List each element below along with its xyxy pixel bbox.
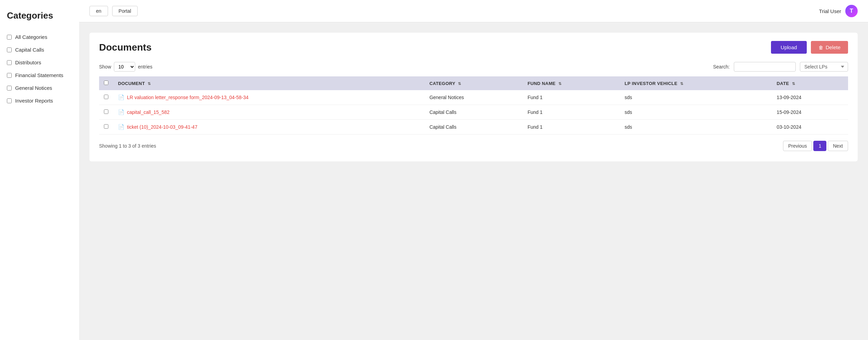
documents-table: DOCUMENT ⇅ CATEGORY ⇅ FUND NAME ⇅ LP I — [99, 76, 848, 135]
sidebar-label-capital-calls: Capital Calls — [15, 47, 44, 53]
row-checkbox-0[interactable] — [104, 95, 108, 99]
document-link-1[interactable]: 📄capital_call_15_582 — [118, 109, 420, 115]
main-content: en Portal Trial User T Documents Upload … — [79, 0, 868, 340]
sidebar-checkbox-distributors[interactable] — [7, 60, 12, 65]
trash-icon: 🗑 — [818, 45, 823, 50]
cell-category-0: General Notices — [425, 90, 523, 105]
avatar[interactable]: T — [845, 5, 858, 17]
topbar-right: Trial User T — [819, 5, 858, 17]
content-area: Documents Upload 🗑 Delete Show 10 25 — [79, 22, 868, 340]
sidebar-item-financial-statements[interactable]: Financial Statements — [7, 69, 72, 82]
user-name: Trial User — [819, 8, 841, 14]
topbar-left: en Portal — [89, 6, 138, 16]
search-area: Search: Select LPs — [713, 62, 848, 72]
upload-button[interactable]: Upload — [771, 41, 807, 54]
cell-category-2: Capital Calls — [425, 120, 523, 135]
cell-fund-0: Fund 1 — [523, 90, 620, 105]
table-row: 📄capital_call_15_582Capital CallsFund 1s… — [99, 105, 848, 120]
sidebar-label-financial-statements: Financial Statements — [15, 72, 63, 78]
sidebar-label-general-notices: General Notices — [15, 85, 52, 91]
col-date: DATE ⇅ — [772, 76, 848, 90]
document-name-2: ticket (10)_2024-10-03_09-41-47 — [127, 124, 197, 130]
table-row: 📄LR valuation letter_response form_2024-… — [99, 90, 848, 105]
document-link-2[interactable]: 📄ticket (10)_2024-10-03_09-41-47 — [118, 124, 420, 130]
header-checkbox-col — [99, 76, 113, 90]
sidebar-item-all-categories[interactable]: All Categories — [7, 31, 72, 43]
document-name-0: LR valuation letter_response form_2024-0… — [127, 95, 248, 100]
col-lp-investor: LP INVESTOR VEHICLE ⇅ — [620, 76, 772, 90]
show-entries: Show 10 25 50 100 entries — [99, 62, 152, 72]
col-document: DOCUMENT ⇅ — [113, 76, 425, 90]
showing-text: Showing 1 to 3 of 3 entries — [99, 143, 156, 149]
document-name-1: capital_call_15_582 — [127, 109, 170, 115]
sort-fundname-icon[interactable]: ⇅ — [558, 82, 561, 86]
pagination-controls: Previous 1 Next — [783, 141, 848, 151]
show-label: Show — [99, 64, 111, 70]
pdf-icon: 📄 — [118, 94, 125, 100]
cell-document-0: 📄LR valuation letter_response form_2024-… — [113, 90, 425, 105]
pdf-icon: 📄 — [118, 124, 125, 130]
avatar-initial: T — [850, 8, 853, 14]
pagination-area: Showing 1 to 3 of 3 entries Previous 1 N… — [99, 141, 848, 151]
delete-button[interactable]: 🗑 Delete — [811, 41, 848, 54]
row-checkbox-2[interactable] — [104, 124, 108, 129]
table-body: 📄LR valuation letter_response form_2024-… — [99, 90, 848, 135]
col-fund-name: FUND NAME ⇅ — [523, 76, 620, 90]
table-row: 📄ticket (10)_2024-10-03_09-41-47Capital … — [99, 120, 848, 135]
table-controls: Show 10 25 50 100 entries Search: Select… — [99, 62, 848, 72]
col-category: CATEGORY ⇅ — [425, 76, 523, 90]
pdf-icon: 📄 — [118, 109, 125, 115]
sort-document-icon[interactable]: ⇅ — [148, 82, 151, 86]
sidebar-title: Categories — [7, 10, 72, 21]
cell-date-1: 15-09-2024 — [772, 105, 848, 120]
page-1-button[interactable]: 1 — [813, 141, 826, 151]
delete-label: Delete — [826, 44, 840, 50]
cell-fund-1: Fund 1 — [523, 105, 620, 120]
sidebar-item-general-notices[interactable]: General Notices — [7, 82, 72, 94]
documents-actions: Upload 🗑 Delete — [771, 41, 848, 54]
select-all-checkbox[interactable] — [104, 81, 108, 85]
document-link-0[interactable]: 📄LR valuation letter_response form_2024-… — [118, 94, 420, 100]
cell-document-1: 📄capital_call_15_582 — [113, 105, 425, 120]
documents-title: Documents — [99, 42, 151, 53]
entries-label: entries — [138, 64, 152, 70]
sidebar-item-distributors[interactable]: Distributors — [7, 56, 72, 69]
sidebar-label-distributors: Distributors — [15, 60, 41, 65]
sidebar-item-capital-calls[interactable]: Capital Calls — [7, 43, 72, 56]
previous-button[interactable]: Previous — [783, 141, 812, 151]
sidebar-checkbox-all-categories[interactable] — [7, 35, 12, 40]
sidebar: Categories All CategoriesCapital CallsDi… — [0, 0, 79, 340]
sidebar-label-all-categories: All Categories — [15, 34, 47, 40]
documents-panel: Documents Upload 🗑 Delete Show 10 25 — [89, 33, 858, 161]
select-lps-dropdown[interactable]: Select LPs — [800, 62, 848, 72]
search-label: Search: — [713, 64, 730, 70]
cell-date-0: 13-09-2024 — [772, 90, 848, 105]
topbar: en Portal Trial User T — [79, 0, 868, 22]
sidebar-checkbox-investor-reports[interactable] — [7, 98, 12, 103]
cell-lp-0: sds — [620, 90, 772, 105]
table-header: DOCUMENT ⇅ CATEGORY ⇅ FUND NAME ⇅ LP I — [99, 76, 848, 90]
sort-category-icon[interactable]: ⇅ — [458, 82, 461, 86]
cell-lp-1: sds — [620, 105, 772, 120]
sidebar-checkbox-capital-calls[interactable] — [7, 47, 12, 52]
sort-lp-icon[interactable]: ⇅ — [680, 82, 683, 86]
documents-header: Documents Upload 🗑 Delete — [99, 41, 848, 54]
cell-lp-2: sds — [620, 120, 772, 135]
lang-button[interactable]: en — [89, 6, 108, 16]
portal-button[interactable]: Portal — [112, 6, 138, 16]
sidebar-items-container: All CategoriesCapital CallsDistributorsF… — [7, 31, 72, 107]
cell-document-2: 📄ticket (10)_2024-10-03_09-41-47 — [113, 120, 425, 135]
sidebar-checkbox-financial-statements[interactable] — [7, 73, 12, 78]
sidebar-label-investor-reports: Investor Reports — [15, 98, 53, 104]
entries-select[interactable]: 10 25 50 100 — [114, 62, 135, 72]
row-checkbox-1[interactable] — [104, 109, 108, 114]
cell-category-1: Capital Calls — [425, 105, 523, 120]
cell-date-2: 03-10-2024 — [772, 120, 848, 135]
next-button[interactable]: Next — [828, 141, 848, 151]
sidebar-checkbox-general-notices[interactable] — [7, 86, 12, 91]
sidebar-item-investor-reports[interactable]: Investor Reports — [7, 94, 72, 107]
search-input[interactable] — [734, 62, 796, 72]
cell-fund-2: Fund 1 — [523, 120, 620, 135]
sort-date-icon[interactable]: ⇅ — [792, 82, 795, 86]
